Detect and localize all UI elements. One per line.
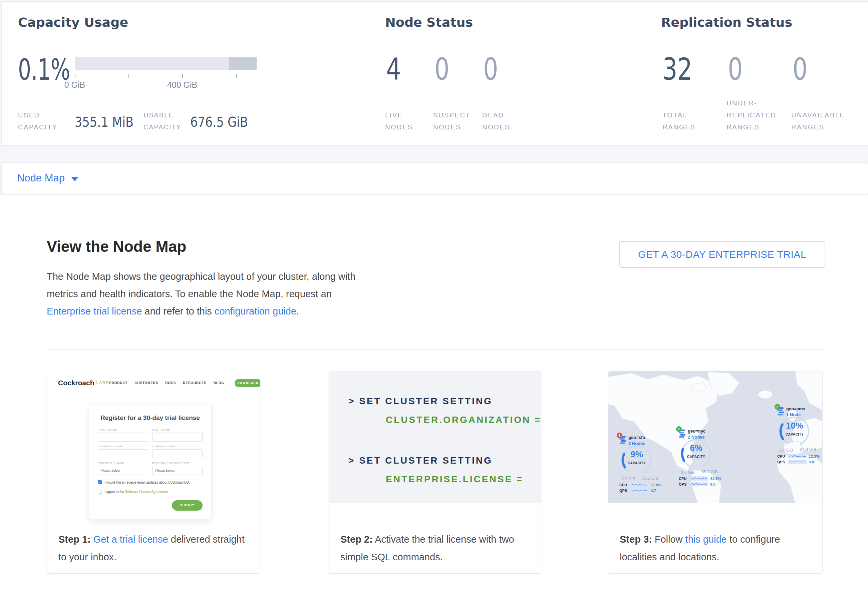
used-capacity-value: 355.1 MiB bbox=[75, 115, 133, 130]
sql-cluster-organization: CLUSTER.ORGANIZATION = bbox=[386, 415, 541, 425]
configuration-guide-link[interactable]: configuration guide bbox=[215, 306, 296, 316]
live-nodes-label: LIVE NODES bbox=[385, 109, 422, 133]
healthy-badge: ✓ bbox=[775, 404, 780, 409]
section-divider bbox=[47, 349, 825, 350]
field-label: LAST NAME bbox=[152, 428, 202, 431]
minisite-brand-suffix: LABS bbox=[96, 381, 109, 385]
cluster-summary-panel: Capacity Usage 0.1% 0 GiB 400 GiB USED C… bbox=[1, 1, 868, 146]
cpu-value: 11.0% bbox=[651, 483, 661, 487]
step1-caption: Step 1: Get a trial license delivered st… bbox=[47, 525, 260, 573]
capacity-percent: 9% bbox=[619, 449, 655, 460]
company-name-field bbox=[98, 449, 148, 458]
capacity-axis-label-0: 0 GiB bbox=[48, 80, 102, 90]
intro-text: . bbox=[296, 306, 299, 316]
this-guide-link[interactable]: this guide bbox=[685, 534, 727, 544]
node-map-preview: 1 geo=sfo 2 Nodes 9% CAPACITY 3.2 GiB 35… bbox=[608, 371, 822, 503]
qps-value: 4.7 bbox=[651, 489, 656, 493]
qps-label: QPS bbox=[679, 482, 688, 486]
first-name-field bbox=[98, 433, 148, 441]
capacity-gauge bbox=[776, 413, 813, 450]
cpu-value: 12.3% bbox=[809, 454, 819, 458]
capacity-axis-tick bbox=[182, 74, 183, 78]
minisite-nav-docs: DOCS bbox=[165, 381, 176, 385]
reason-select: Please Select bbox=[152, 466, 202, 475]
locality-name: geo=sfo bbox=[628, 435, 645, 440]
intro-text: and refer to this bbox=[142, 306, 215, 316]
map-cluster-sfo: 1 geo=sfo 2 Nodes 9% CAPACITY 3.2 GiB 35… bbox=[618, 434, 672, 488]
page-title: View the Node Map bbox=[47, 237, 186, 256]
locality-name: geo=ams bbox=[786, 406, 805, 411]
chevron-down-icon bbox=[71, 177, 78, 181]
capacity-used: 3.6 GiB bbox=[779, 448, 793, 453]
checkbox-unchecked-icon bbox=[98, 490, 102, 494]
cpu-sparkline bbox=[689, 476, 708, 481]
dead-nodes-count: 0 bbox=[483, 54, 498, 84]
qps-row: QPS 0.0 bbox=[777, 460, 814, 464]
step-label: Step 1: bbox=[58, 534, 91, 544]
intro-paragraph: The Node Map shows the geographical layo… bbox=[47, 268, 364, 320]
under-replicated-label: UNDER-REPLICATED RANGES bbox=[726, 97, 790, 133]
caption-text: Follow bbox=[652, 534, 685, 544]
label-text: I agree to the bbox=[105, 490, 125, 494]
capacity-bar bbox=[75, 57, 257, 70]
under-replicated-count: 0 bbox=[728, 54, 743, 84]
qps-value: 0.0 bbox=[809, 460, 814, 464]
cpu-row: CPU 11.0% bbox=[619, 483, 661, 487]
capacity-gauge bbox=[678, 435, 714, 472]
minisite-download-button: DOWNLOAD bbox=[235, 379, 260, 387]
cpu-sparkline bbox=[630, 483, 649, 487]
trial-license-site-screenshot: Cockroach LABS PRODUCT CUSTOMERS DOCS RE… bbox=[47, 371, 260, 525]
cpu-row: CPU 42.5% bbox=[679, 476, 721, 481]
email-updates-checkbox-label: I would like to receive email updates ab… bbox=[105, 481, 190, 484]
sql-enterprise-license: ENTERPRISE.LICENSE = bbox=[386, 474, 523, 485]
qps-row: QPS 0.0 bbox=[679, 482, 716, 486]
cpu-row: CPU 12.3% bbox=[777, 454, 819, 458]
node-status-title: Node Status bbox=[385, 15, 473, 30]
minisite-nav-customers: CUSTOMERS bbox=[134, 381, 158, 385]
capacity-axis-label-400: 400 GiB bbox=[155, 80, 209, 90]
form-title: Register for a 30-day trial license bbox=[98, 414, 202, 422]
field-label: COMPANY EMAIL bbox=[152, 445, 202, 448]
submit-button: SUBMIT bbox=[172, 500, 202, 511]
get-enterprise-trial-button[interactable]: GET A 30-DAY ENTERPRISE TRIAL bbox=[619, 241, 825, 268]
node-map-dropdown-label: Node Map bbox=[17, 172, 65, 184]
minisite-brand: Cockroach bbox=[58, 379, 94, 387]
cluster-overview-page: Capacity Usage 0.1% 0 GiB 400 GiB USED C… bbox=[0, 0, 868, 593]
capacity-axis-tick bbox=[128, 74, 129, 78]
checkbox-checked-icon: ✓ bbox=[98, 480, 102, 484]
minisite-header: Cockroach LABS PRODUCT CUSTOMERS DOCS RE… bbox=[56, 377, 252, 388]
step-label: Step 2: bbox=[340, 534, 373, 544]
node-map-dropdown[interactable]: Node Map bbox=[1, 162, 868, 194]
cpu-value: 42.5% bbox=[710, 477, 721, 481]
suspect-nodes-label: SUSPECT NODES bbox=[433, 109, 483, 133]
last-name-field bbox=[152, 433, 202, 441]
map-cluster-ams: ✓ geo=ams 1 Node 10% CAPACITY 3.6 GiB 34… bbox=[776, 406, 822, 459]
qps-value: 0.0 bbox=[710, 482, 716, 486]
intro-text: The Node Map shows the geographical layo… bbox=[47, 271, 356, 299]
step2-caption: Step 2: Activate the trial license with … bbox=[329, 503, 541, 573]
license-agreement-checkbox-label: I agree to the Software License Agreemen… bbox=[105, 490, 168, 494]
step-label: Step 3: bbox=[620, 534, 652, 544]
suspect-nodes-count: 0 bbox=[434, 54, 450, 84]
enterprise-trial-license-link[interactable]: Enterprise trial license bbox=[47, 306, 142, 316]
node-map-empty-state: View the Node Map The Node Map shows the… bbox=[0, 195, 868, 593]
live-nodes-count: 4 bbox=[386, 54, 401, 84]
qps-label: QPS bbox=[619, 489, 628, 493]
capacity-gauge bbox=[619, 441, 655, 478]
cpu-label: CPU bbox=[679, 477, 688, 481]
capacity-axis-tick bbox=[236, 74, 236, 78]
capacity-label: CAPACITY bbox=[678, 455, 714, 459]
field-label: FIRST NAME bbox=[98, 428, 148, 431]
capacity-axis-tick bbox=[75, 74, 75, 78]
capacity-percent: 6% bbox=[678, 443, 714, 453]
sql-set-cluster-setting: > SET CLUSTER SETTING bbox=[348, 455, 493, 466]
usable-capacity-value: 676.5 GiB bbox=[190, 115, 248, 130]
capacity-label: CAPACITY bbox=[619, 461, 655, 465]
step1-card: Cockroach LABS PRODUCT CUSTOMERS DOCS RE… bbox=[47, 371, 260, 574]
cpu-label: CPU bbox=[619, 483, 628, 487]
caption-text bbox=[91, 534, 93, 544]
field-label: COMPANY NAME bbox=[98, 445, 148, 448]
get-trial-license-link[interactable]: Get a trial license bbox=[93, 534, 168, 544]
sql-set-cluster-setting: > SET CLUSTER SETTING bbox=[348, 396, 493, 406]
capacity-total: 34.4 GiB bbox=[800, 447, 816, 452]
